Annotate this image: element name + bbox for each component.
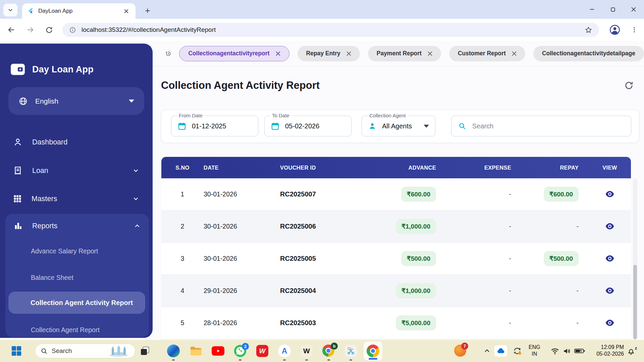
wps-office-icon[interactable]: W [255, 344, 269, 358]
table-scrollbar[interactable] [633, 178, 637, 340]
search-icon [458, 122, 466, 130]
refresh-button[interactable] [622, 79, 636, 92]
history-icon[interactable] [165, 49, 171, 59]
bookmark-star-icon[interactable] [585, 26, 592, 34]
youtube-icon[interactable] [211, 344, 225, 358]
browser-menu-button[interactable] [628, 23, 641, 36]
page-chip-customer-report[interactable]: Customer Report [449, 46, 525, 61]
chip-close-icon[interactable] [346, 51, 351, 56]
onedrive-icon[interactable] [494, 344, 508, 358]
screen: DayLoan App localhost:35322/#/collection… [0, 0, 644, 362]
taskbar-clock[interactable]: 12:09 PM 05-02-2026 [590, 344, 624, 357]
taskbar-search[interactable]: Search [35, 344, 136, 358]
column-header-view: VIEW [589, 165, 631, 171]
page-chip-repay-entry[interactable]: Repay Entry [298, 46, 360, 61]
from-date-field[interactable]: From Date 01-12-2025 [171, 116, 258, 136]
agent-person-icon [368, 122, 377, 130]
repay-amount: - [577, 223, 579, 230]
chip-close-icon[interactable] [512, 51, 517, 56]
view-button[interactable] [604, 318, 615, 327]
tray-expand-chevron[interactable] [482, 344, 492, 358]
chrome-profile-b-icon[interactable]: b [322, 344, 336, 358]
edge-browser-icon[interactable] [166, 344, 180, 358]
browser-tabstrip: DayLoan App [0, 0, 644, 19]
sidebar-item-label: Reports [32, 222, 124, 230]
advance-amount: ₹1,000.00 [396, 219, 436, 234]
sidebar-item-collection-agent-activity-report[interactable]: Collection Agent Activity Report [8, 292, 145, 314]
tab-search-button[interactable] [3, 4, 17, 16]
whatsapp-icon[interactable]: 2 [233, 344, 247, 358]
app-store-icon[interactable]: A [277, 344, 291, 358]
sidebar-item-masters[interactable]: Masters [4, 188, 148, 209]
reload-button[interactable] [42, 22, 56, 37]
repay-amount: - [577, 319, 579, 326]
start-button[interactable] [9, 344, 23, 358]
sidebar-item-advance-salary-report[interactable]: Advance Salary Report [5, 242, 149, 260]
browser-tab[interactable]: DayLoan App [22, 3, 136, 19]
forward-button[interactable] [23, 22, 38, 37]
field-label: To Date [270, 113, 291, 118]
taskbar: Search 2 W A W [0, 340, 644, 362]
chrome-active-icon[interactable] [364, 342, 382, 360]
running-indicator-dot [172, 359, 175, 361]
site-info-icon[interactable] [69, 26, 76, 34]
battery-icon[interactable] [574, 344, 586, 358]
close-button[interactable] [623, 0, 644, 19]
language-dropdown[interactable]: English [8, 87, 144, 115]
sidebar-item-collection-agent-report[interactable]: Collection Agent Report [5, 321, 149, 339]
sub-item-label: Collection Agent Activity Report [31, 299, 133, 307]
new-tab-button[interactable] [142, 5, 153, 16]
search-input[interactable] [472, 122, 624, 130]
view-button[interactable] [604, 189, 615, 199]
minimize-button[interactable] [582, 0, 602, 19]
w-app-icon[interactable]: W [300, 344, 314, 358]
active-indicator [369, 358, 377, 360]
search-field[interactable] [451, 116, 631, 136]
view-button[interactable] [604, 254, 615, 263]
advance-amount: ₹600.00 [401, 187, 436, 202]
advance-amount: ₹5,000.00 [396, 315, 436, 330]
language-value: English [35, 97, 121, 105]
sidebar-item-loan[interactable]: Loan [4, 160, 148, 181]
tray-date: 05-02-2026 [590, 351, 624, 357]
volume-icon[interactable] [561, 344, 572, 358]
file-explorer-icon[interactable] [189, 344, 203, 358]
sync-icon[interactable] [511, 344, 523, 358]
input-language-indicator[interactable]: ENG IN [529, 344, 540, 357]
sidebar-item-dashboard[interactable]: Dashboard [4, 131, 148, 153]
chevron-down-icon [7, 7, 14, 13]
sidebar-item-balance-sheet[interactable]: Balance Sheet [5, 269, 149, 286]
tab-close-icon[interactable] [122, 7, 130, 15]
running-indicator-dot [350, 359, 352, 361]
page-chip-payment-report[interactable]: Payment Report [368, 46, 441, 61]
sub-item-label: Balance Sheet [31, 274, 73, 282]
collection-agent-select[interactable]: Collection Agent All Agents [362, 116, 435, 136]
view-button[interactable] [604, 222, 615, 231]
tab-title: DayLoan App [38, 8, 118, 14]
sidebar-item-label: Loan [32, 167, 123, 175]
sidebar-item-reports[interactable]: Reports [5, 215, 149, 237]
table-header: S.NO DATE VOUCHER ID ADVANCE EXPENSE REP… [161, 157, 631, 178]
chevron-down-icon [132, 167, 140, 174]
wifi-icon[interactable] [549, 344, 560, 358]
chip-close-icon[interactable] [276, 51, 280, 56]
column-header-date: DATE [204, 165, 274, 171]
chevron-up-icon [133, 222, 141, 230]
scrollbar-thumb[interactable] [633, 265, 637, 339]
view-button[interactable] [604, 286, 615, 295]
page-chip-collectionagentactivityreport[interactable]: Collectionagentactivityreport [179, 46, 289, 61]
from-date-value: 01-12-2025 [192, 122, 226, 130]
sidebar-item-label: Masters [32, 195, 123, 203]
flutter-favicon-icon [28, 8, 34, 14]
maximize-button[interactable] [602, 0, 623, 19]
expense-amount: - [509, 223, 512, 230]
snipping-tool-icon[interactable] [344, 344, 358, 358]
task-view-button[interactable] [138, 344, 152, 358]
back-button[interactable] [4, 22, 19, 37]
url-field[interactable]: localhost:35322/#/collectionAgentActivit… [62, 23, 599, 37]
browser-profile-avatar[interactable] [608, 23, 621, 36]
tray-app-icon[interactable]: 7 [453, 344, 468, 358]
chip-close-icon[interactable] [428, 51, 432, 56]
to-date-field[interactable]: To Date 05-02-2026 [264, 116, 352, 136]
page-chip-collectionagentactivitydetailpage[interactable]: Collectionagentactivitydetailpage [533, 46, 644, 61]
